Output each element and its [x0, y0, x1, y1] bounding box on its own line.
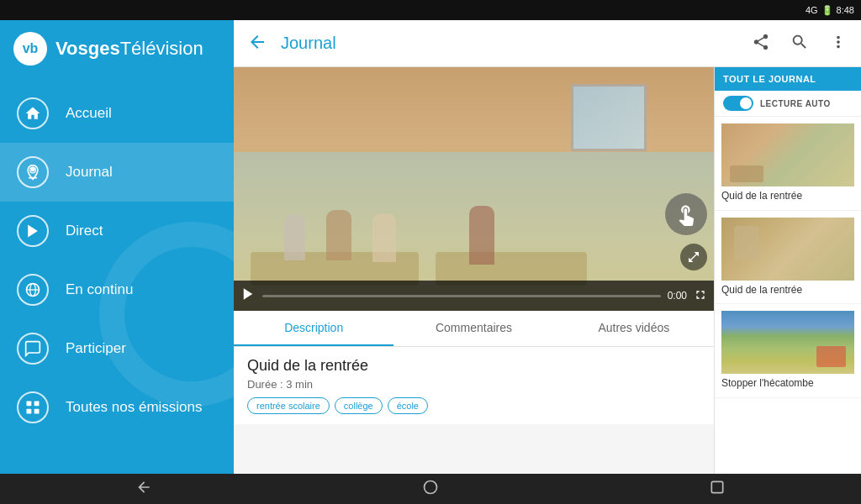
- figure3: [372, 213, 396, 262]
- sidebar-item-participer[interactable]: Participer: [0, 319, 234, 378]
- video-info: Quid de la rentrée Durée : 3 min rentrée…: [234, 347, 714, 424]
- chat-icon-container: [17, 333, 49, 365]
- play-icon-ctrl: [240, 286, 256, 302]
- nav-label-accueil: Accueil: [66, 105, 112, 122]
- nav-label-emissions: Toutes nos émissions: [66, 399, 203, 416]
- main-content: Journal: [234, 20, 861, 474]
- svg-rect-12: [712, 481, 723, 492]
- logo-abbr: vb: [23, 41, 39, 56]
- sidebar-item-en-continu[interactable]: En continu: [0, 260, 234, 319]
- tab-autres-videos[interactable]: Autres vidéos: [554, 311, 714, 346]
- tag-college[interactable]: collège: [335, 397, 383, 414]
- svg-rect-7: [34, 402, 40, 407]
- expand-icon: [687, 250, 700, 264]
- search-button[interactable]: [784, 26, 816, 61]
- sidebar-item-emissions[interactable]: Toutes nos émissions: [0, 378, 234, 437]
- app-container: vb VosgesTélévision Accueil Journal: [0, 20, 861, 474]
- svg-rect-8: [27, 409, 32, 414]
- logo-icon: vb: [13, 32, 47, 66]
- recents-nav-icon: [709, 479, 726, 496]
- nav-label-direct: Direct: [66, 223, 103, 239]
- chat-icon: [24, 340, 41, 357]
- thumb-vehicle: [816, 346, 846, 367]
- window: [571, 84, 647, 151]
- lecture-auto-toggle[interactable]: [723, 96, 753, 111]
- video-duration: Durée : 3 min: [247, 378, 700, 391]
- svg-marker-10: [244, 288, 253, 300]
- list-item-title-3: Stopper l'hécatombe: [721, 377, 854, 391]
- svg-rect-9: [34, 409, 40, 414]
- tab-autres-label: Autres vidéos: [598, 321, 669, 334]
- grid-icon-container: [17, 391, 49, 423]
- sidebar-item-direct[interactable]: Direct: [0, 202, 234, 260]
- lecture-auto-row: LECTURE AUTO: [715, 91, 861, 117]
- back-nav-icon: [135, 479, 152, 496]
- list-item[interactable]: Stopper l'hécatombe: [715, 304, 861, 398]
- figure4: [469, 206, 494, 265]
- logo-title: VosgesTélévision: [55, 38, 203, 60]
- sidebar-logo: vb VosgesTélévision: [0, 20, 234, 77]
- logo-vosges: Vosges: [55, 38, 120, 59]
- bottom-nav: [0, 474, 861, 504]
- time-text: 8:48: [837, 5, 854, 15]
- share-button[interactable]: [745, 26, 777, 61]
- panel-header: TOUT LE JOURNAL: [715, 67, 861, 91]
- list-item[interactable]: Quid de la rentrée: [715, 211, 861, 305]
- video-tags: rentrée scolaire collège école: [247, 397, 700, 414]
- tab-description-label: Description: [284, 321, 343, 334]
- video-tabs: Description Commentaires Autres vidéos: [234, 311, 714, 347]
- list-item-title-1: Quid de la rentrée: [721, 190, 854, 203]
- grid-icon: [24, 399, 41, 416]
- fullscreen-button[interactable]: [694, 288, 707, 304]
- recents-nav-button[interactable]: [692, 474, 742, 505]
- tag-rentree[interactable]: rentrée scolaire: [247, 397, 330, 414]
- nav-label-journal: Journal: [66, 164, 113, 181]
- list-item[interactable]: Quid de la rentrée: [715, 117, 861, 211]
- touch-overlay: [665, 193, 707, 235]
- more-button[interactable]: [822, 26, 854, 61]
- signal-text: 4G: [806, 5, 818, 15]
- tab-description[interactable]: Description: [234, 311, 394, 346]
- progress-bar[interactable]: [262, 295, 661, 297]
- play-icon: [24, 223, 41, 239]
- svg-marker-2: [28, 225, 38, 238]
- play-icon-container: [17, 215, 49, 247]
- back-button[interactable]: [240, 25, 274, 62]
- globe-icon-container: [17, 274, 49, 306]
- play-button[interactable]: [240, 286, 256, 305]
- fullscreen-icon: [694, 288, 707, 302]
- journal-icon: [24, 164, 41, 181]
- thumb-classroom-1: [721, 123, 854, 186]
- sidebar-nav: Accueil Journal Direct En: [0, 77, 234, 474]
- figure1: [284, 214, 305, 260]
- globe-icon: [24, 281, 41, 298]
- journal-icon-container: [17, 156, 49, 188]
- video-controls: 0:00: [234, 281, 714, 311]
- video-title: Quid de la rentrée: [247, 357, 700, 375]
- content-area: 0:00 Description Commentaires: [234, 67, 861, 474]
- nav-label-participer: Participer: [66, 340, 126, 357]
- figure2: [326, 210, 351, 260]
- sidebar-item-accueil[interactable]: Accueil: [0, 84, 234, 143]
- thumb-classroom-2: [721, 218, 854, 281]
- home-nav-icon: [422, 479, 439, 496]
- thumb-3: [721, 311, 854, 374]
- tab-commentaires-label: Commentaires: [436, 321, 512, 334]
- right-panel: TOUT LE JOURNAL LECTURE AUTO: [714, 67, 861, 474]
- logo-television: Télévision: [120, 38, 203, 59]
- list-item-title-2: Quid de la rentrée: [721, 284, 854, 297]
- svg-rect-6: [27, 402, 32, 407]
- expand-button[interactable]: [680, 244, 707, 270]
- video-list: Quid de la rentrée Quid de la rentrée: [715, 117, 861, 474]
- tag-ecole[interactable]: école: [388, 397, 428, 414]
- back-nav-button[interactable]: [119, 474, 169, 505]
- sidebar: vb VosgesTélévision Accueil Journal: [0, 20, 234, 474]
- lecture-auto-label: LECTURE AUTO: [760, 99, 831, 108]
- video-player[interactable]: 0:00: [234, 67, 714, 311]
- tab-commentaires[interactable]: Commentaires: [394, 311, 553, 346]
- svg-point-11: [424, 480, 436, 493]
- thumb-figure-detail: [734, 226, 759, 260]
- nav-label-en-continu: En continu: [66, 281, 133, 298]
- home-nav-button[interactable]: [405, 474, 456, 505]
- sidebar-item-journal[interactable]: Journal: [0, 143, 234, 202]
